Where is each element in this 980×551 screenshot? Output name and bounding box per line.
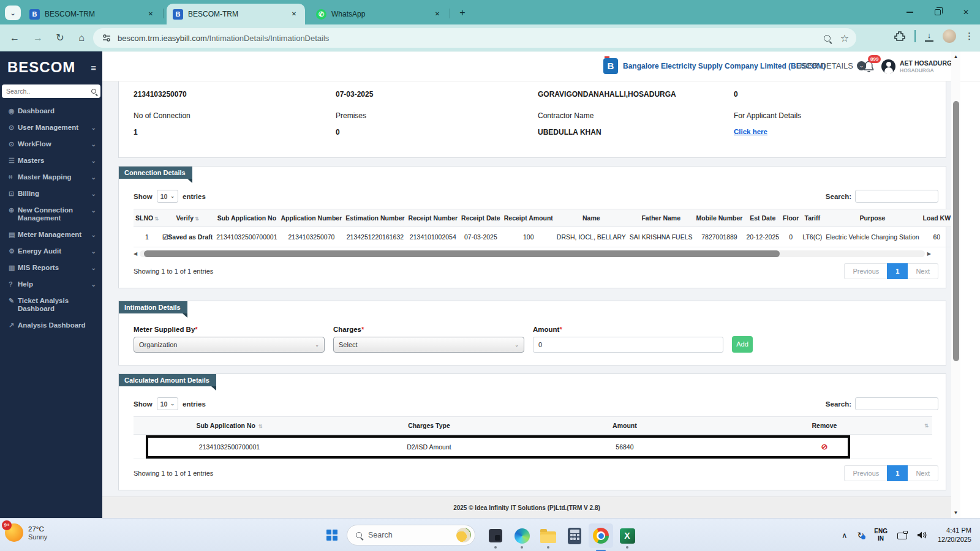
- current-page-button[interactable]: 1: [887, 465, 908, 481]
- avatar[interactable]: [881, 59, 895, 73]
- column-header[interactable]: Father Name: [628, 209, 695, 227]
- meter-supplied-by-select[interactable]: Organization⌄: [134, 337, 325, 353]
- add-button[interactable]: Add: [732, 336, 753, 353]
- notifications-button[interactable]: 899: [863, 60, 875, 75]
- sidebar-item-ticket-analysis-dashboard[interactable]: ✎Ticket Analysis Dashboard: [0, 293, 102, 317]
- column-header[interactable]: Purpose: [824, 209, 921, 227]
- sidebar-item-master-mapping[interactable]: ⌗Master Mapping⌄: [0, 169, 102, 186]
- applicant-details-link[interactable]: Click here: [734, 128, 767, 135]
- sidebar-toggle-icon[interactable]: ≡: [91, 62, 96, 73]
- bookmark-star-icon[interactable]: ☆: [840, 32, 849, 44]
- reload-button[interactable]: ↻: [53, 31, 67, 45]
- column-header[interactable]: Sub Application No: [214, 209, 279, 227]
- clock[interactable]: 4:41 PM 12/20/2025: [938, 526, 971, 544]
- back-button[interactable]: ←: [7, 31, 22, 45]
- page-size-select[interactable]: 10⌄: [157, 397, 178, 410]
- profile-avatar[interactable]: [943, 29, 956, 43]
- search-icon[interactable]: [91, 89, 96, 94]
- column-header[interactable]: Receipt Amount: [502, 209, 555, 227]
- column-header[interactable]: Load KW: [921, 209, 953, 227]
- column-header[interactable]: Application Number: [279, 209, 344, 227]
- column-header[interactable]: Verify⇅: [160, 209, 214, 227]
- scrollbar-thumb[interactable]: [953, 101, 959, 361]
- weather-widget[interactable]: 9+ 27°C Sunny: [5, 523, 47, 542]
- scroll-down-icon[interactable]: ▼: [951, 510, 960, 515]
- site-info-icon[interactable]: [102, 33, 111, 43]
- sidebar-item-dashboard[interactable]: ◉Dashboard: [0, 103, 102, 119]
- sync-update-icon[interactable]: ↻: [858, 530, 865, 540]
- taskbar-app-edge[interactable]: [512, 526, 532, 545]
- tray-expand-icon[interactable]: ∧: [842, 531, 848, 540]
- forward-button[interactable]: →: [31, 31, 45, 45]
- column-header[interactable]: SLNO⇅: [134, 209, 160, 227]
- column-header[interactable]: Remove⇅: [717, 417, 932, 435]
- language-indicator[interactable]: ENGIN: [874, 528, 888, 543]
- browser-tab-1[interactable]: B BESCOM-TRM ✕: [23, 4, 162, 24]
- extensions-icon[interactable]: [894, 30, 906, 42]
- charges-select[interactable]: Select⌄: [333, 337, 524, 353]
- taskbar-search[interactable]: Search: [347, 525, 475, 545]
- column-header[interactable]: Receipt Date: [459, 209, 502, 227]
- column-header[interactable]: Floor: [781, 209, 801, 227]
- sidebar-search[interactable]: [2, 84, 100, 98]
- scrollbar-track[interactable]: [140, 250, 925, 257]
- scrollbar-thumb[interactable]: [144, 250, 780, 257]
- vertical-scrollbar[interactable]: ▲ ▼: [951, 51, 960, 518]
- sidebar-item-user-management[interactable]: ⊙User Management⌄: [0, 119, 102, 136]
- start-button[interactable]: [326, 530, 337, 541]
- download-icon[interactable]: ←↓: [924, 31, 934, 42]
- home-button[interactable]: ⌂: [74, 31, 89, 45]
- close-tab-icon[interactable]: ✕: [289, 9, 299, 19]
- sidebar-item-workflow[interactable]: ⊙WorkFlow⌄: [0, 136, 102, 152]
- scroll-right-icon[interactable]: ▶: [927, 251, 931, 257]
- taskbar-app-calculator[interactable]: [565, 526, 584, 545]
- column-header[interactable]: Charges Type: [325, 417, 533, 435]
- column-header[interactable]: Name: [555, 209, 628, 227]
- zoom-icon[interactable]: [824, 35, 831, 42]
- sidebar-search-input[interactable]: [6, 88, 91, 95]
- minimize-button[interactable]: [895, 0, 924, 24]
- sidebar-item-billing[interactable]: ⊡Billing⌄: [0, 186, 102, 202]
- browser-tab-2-active[interactable]: B BESCOM-TRM ✕: [167, 4, 305, 24]
- scroll-up-icon[interactable]: ▲: [951, 54, 960, 59]
- taskbar-app-dark[interactable]: [486, 526, 505, 545]
- horizontal-scrollbar[interactable]: ◀ ▶: [134, 250, 931, 257]
- table-search-input[interactable]: [855, 190, 938, 203]
- sidebar-item-analysis-dashboard[interactable]: ↗Analysis Dashboard: [0, 317, 102, 334]
- sidebar-item-mis-reports[interactable]: ▥MIS Reports⌄: [0, 260, 102, 276]
- address-bar[interactable]: bescom.trm.ieasybill.com/IntimationDetai…: [93, 28, 856, 48]
- previous-page-button[interactable]: Previous: [844, 263, 887, 279]
- user-details-menu[interactable]: USER DETAILS ⌄: [796, 61, 866, 70]
- taskbar-app-excel[interactable]: X: [617, 526, 637, 545]
- verify-cell[interactable]: ☑Saved as Draft: [160, 227, 214, 247]
- taskbar-app-chrome-active[interactable]: [589, 523, 613, 548]
- new-tab-button[interactable]: +: [456, 6, 469, 20]
- close-tab-icon[interactable]: ✕: [146, 9, 156, 19]
- scroll-left-icon[interactable]: ◀: [134, 251, 137, 257]
- restore-button[interactable]: [924, 0, 952, 24]
- sidebar-item-meter-management[interactable]: ▤Meter Management⌄: [0, 227, 102, 243]
- search-highlight-image[interactable]: [456, 528, 471, 542]
- column-header[interactable]: Tariff: [801, 209, 824, 227]
- browser-menu-icon[interactable]: ⋮: [965, 31, 974, 42]
- volume-icon[interactable]: [917, 530, 928, 540]
- taskbar-app-file-explorer[interactable]: [538, 526, 558, 545]
- close-tab-icon[interactable]: ✕: [432, 9, 442, 19]
- column-header[interactable]: Amount: [533, 417, 717, 435]
- column-header[interactable]: Receipt Number: [407, 209, 460, 227]
- next-page-button[interactable]: Next: [908, 465, 938, 481]
- tab-search-button[interactable]: ⌄: [5, 6, 21, 20]
- remove-icon[interactable]: ⊘: [821, 442, 827, 451]
- network-device-icon[interactable]: [897, 533, 907, 539]
- current-page-button[interactable]: 1: [887, 263, 908, 279]
- sidebar-item-masters[interactable]: ☰Masters⌄: [0, 152, 102, 169]
- previous-page-button[interactable]: Previous: [844, 465, 887, 481]
- amount-input[interactable]: [533, 337, 723, 353]
- column-header[interactable]: Estimation Number: [344, 209, 406, 227]
- sidebar-item-help[interactable]: ?Help⌄: [0, 276, 102, 293]
- close-window-button[interactable]: ✕: [952, 0, 980, 24]
- browser-tab-3[interactable]: ✆ WhatsApp ✕: [310, 4, 448, 24]
- page-size-select[interactable]: 10⌄: [157, 190, 178, 203]
- column-header[interactable]: Est Date: [744, 209, 781, 227]
- next-page-button[interactable]: Next: [908, 263, 938, 279]
